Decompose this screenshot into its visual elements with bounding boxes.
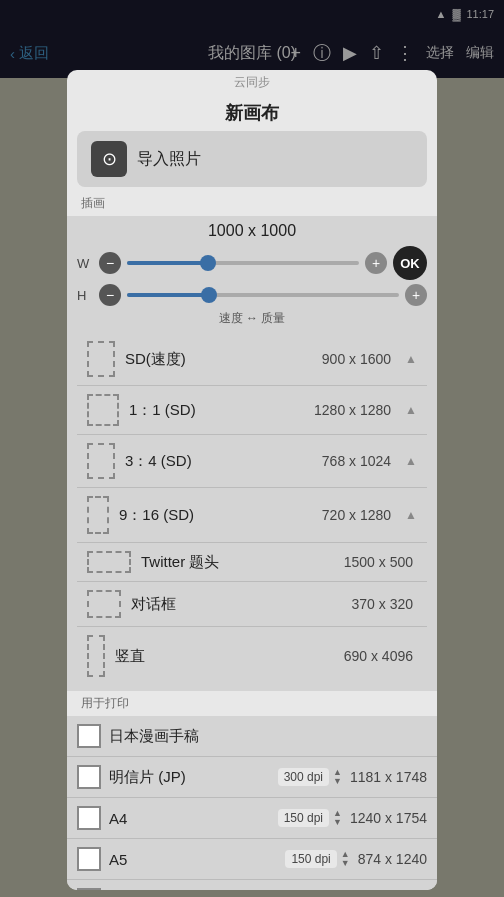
preset-item-9-16[interactable]: 9：16 (SD) 720 x 1280 ▲ [77, 488, 427, 543]
modal-overlay: 云同步 新画布 ⊙ 导入照片 插画 1000 x 1000 W − + [0, 0, 504, 897]
preset-thumb-dialog [87, 590, 121, 618]
width-label: W [77, 256, 93, 271]
print-name-a5: A5 [109, 851, 277, 868]
cloud-sync-label: 云同步 [67, 70, 437, 91]
height-label: H [77, 288, 93, 303]
preset-thumb-sd [87, 341, 115, 377]
height-slider[interactable] [127, 293, 399, 297]
preset-size-sd: 900 x 1600 [322, 351, 391, 367]
a5-dpi-arrows: ▲ ▼ [341, 850, 350, 868]
preset-arrow-3-4: ▲ [405, 454, 417, 468]
preset-arrow-sd: ▲ [405, 352, 417, 366]
preset-item-twitter[interactable]: Twitter 题头 1500 x 500 [77, 543, 427, 582]
preset-item-sd[interactable]: SD(速度) 900 x 1600 ▲ [77, 333, 427, 386]
a4-size: 1240 x 1754 [350, 810, 427, 826]
a5-dpi[interactable]: 150 dpi [285, 850, 336, 868]
preset-name-dialog: 对话框 [131, 595, 342, 614]
speed-quality-label: 速度 ↔ 质量 [77, 310, 427, 327]
height-minus-button[interactable]: − [99, 284, 121, 306]
a5-checkbox[interactable] [77, 847, 101, 871]
width-minus-button[interactable]: − [99, 252, 121, 274]
width-slider-thumb [200, 255, 216, 271]
ok-button[interactable]: OK [393, 246, 427, 280]
print-item-b4[interactable]: B4 150 dpi ▲ ▼ 1518 x 2150 [67, 880, 437, 890]
preset-name-9-16: 9：16 (SD) [119, 506, 312, 525]
preset-arrow-1-1: ▲ [405, 403, 417, 417]
postcard-dpi-group: 300 dpi ▲ ▼ [278, 768, 342, 786]
a4-dpi[interactable]: 150 dpi [278, 809, 329, 827]
preset-name-twitter: Twitter 题头 [141, 553, 334, 572]
preset-item-dialog[interactable]: 对话框 370 x 320 [77, 582, 427, 627]
postcard-size: 1181 x 1748 [350, 769, 427, 785]
a4-dpi-arrows: ▲ ▼ [333, 809, 342, 827]
preset-name-1-1: 1：1 (SD) [129, 401, 304, 420]
preset-arrow-9-16: ▲ [405, 508, 417, 522]
width-plus-button[interactable]: + [365, 252, 387, 274]
print-name-a4: A4 [109, 810, 270, 827]
dimension-display: 1000 x 1000 [77, 222, 427, 240]
print-name-postcard: 明信片 (JP) [109, 768, 270, 787]
print-item-a4[interactable]: A4 150 dpi ▲ ▼ 1240 x 1754 [67, 798, 437, 839]
preset-size-3-4: 768 x 1024 [322, 453, 391, 469]
width-slider-row: W − + OK [77, 246, 427, 280]
preset-list: SD(速度) 900 x 1600 ▲ 1：1 (SD) 1280 x 1280… [77, 333, 427, 685]
height-slider-row: H − + [77, 284, 427, 306]
a5-size: 874 x 1240 [358, 851, 427, 867]
drawing-section: 1000 x 1000 W − + OK H − + [67, 216, 437, 691]
import-photo-section[interactable]: ⊙ 导入照片 [77, 131, 427, 187]
postcard-checkbox[interactable] [77, 765, 101, 789]
preset-size-vertical: 690 x 4096 [344, 648, 413, 664]
drawing-section-label: 插画 [67, 193, 437, 216]
preset-size-twitter: 1500 x 500 [344, 554, 413, 570]
preset-size-1-1: 1280 x 1280 [314, 402, 391, 418]
height-plus-button[interactable]: + [405, 284, 427, 306]
preset-name-sd: SD(速度) [125, 350, 312, 369]
a5-dpi-group: 150 dpi ▲ ▼ [285, 850, 349, 868]
preset-thumb-3-4 [87, 443, 115, 479]
preset-thumb-twitter [87, 551, 131, 573]
preset-size-9-16: 720 x 1280 [322, 507, 391, 523]
manga-checkbox[interactable] [77, 724, 101, 748]
width-slider-fill [127, 261, 208, 265]
preset-item-1-1[interactable]: 1：1 (SD) 1280 x 1280 ▲ [77, 386, 427, 435]
preset-thumb-9-16 [87, 496, 109, 534]
print-item-manga[interactable]: 日本漫画手稿 [67, 716, 437, 757]
preset-size-dialog: 370 x 320 [352, 596, 414, 612]
camera-symbol: ⊙ [102, 148, 117, 170]
postcard-dpi[interactable]: 300 dpi [278, 768, 329, 786]
print-list: 日本漫画手稿 明信片 (JP) 300 dpi ▲ ▼ 1181 x 1748 … [67, 716, 437, 890]
preset-item-3-4[interactable]: 3：4 (SD) 768 x 1024 ▲ [77, 435, 427, 488]
a4-checkbox[interactable] [77, 806, 101, 830]
print-name-manga: 日本漫画手稿 [109, 727, 427, 746]
preset-thumb-vertical [87, 635, 105, 677]
print-item-postcard[interactable]: 明信片 (JP) 300 dpi ▲ ▼ 1181 x 1748 [67, 757, 437, 798]
new-canvas-modal: 云同步 新画布 ⊙ 导入照片 插画 1000 x 1000 W − + [67, 70, 437, 890]
b4-checkbox[interactable] [77, 888, 101, 890]
preset-thumb-1-1 [87, 394, 119, 426]
width-slider[interactable] [127, 261, 359, 265]
preset-name-3-4: 3：4 (SD) [125, 452, 312, 471]
height-slider-fill [127, 293, 209, 297]
modal-title: 新画布 [67, 91, 437, 131]
preset-item-vertical[interactable]: 竖直 690 x 4096 [77, 627, 427, 685]
print-section-label: 用于打印 [67, 691, 437, 716]
height-slider-thumb [201, 287, 217, 303]
preset-name-vertical: 竖直 [115, 647, 334, 666]
print-item-a5[interactable]: A5 150 dpi ▲ ▼ 874 x 1240 [67, 839, 437, 880]
camera-icon: ⊙ [91, 141, 127, 177]
a4-dpi-group: 150 dpi ▲ ▼ [278, 809, 342, 827]
import-label: 导入照片 [137, 149, 201, 170]
postcard-dpi-arrows: ▲ ▼ [333, 768, 342, 786]
